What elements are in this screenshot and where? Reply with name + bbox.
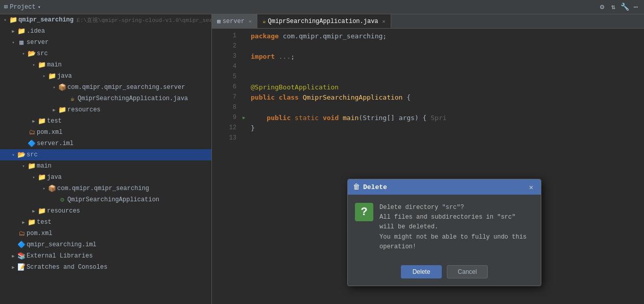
expand-arrow: ▾ (10, 152, 16, 158)
ext-libs-label: External Libraries (27, 252, 93, 260)
pom-icon: 🗂 (28, 128, 36, 136)
cancel-button[interactable]: Cancel (447, 265, 488, 278)
delete-button[interactable]: Delete (401, 265, 442, 278)
project-dropdown-icon[interactable]: ▾ (38, 4, 41, 10)
java-folder-icon: 📁 (38, 173, 46, 181)
tab-qmipr-app[interactable]: ☕ QmiprSearchingApplication.java ✕ (257, 14, 391, 28)
test-icon: 📁 (28, 218, 36, 226)
project-icon: 📁 (9, 16, 17, 24)
code-line-9: 9 ▶ public static void main(String[] arg… (212, 112, 644, 123)
dialog-question-icon: ? (355, 203, 373, 221)
server-label: server (27, 39, 49, 46)
tab-server[interactable]: ▦ server ✕ (212, 14, 257, 28)
dialog-title-text: Delete (363, 183, 523, 191)
resources2-label: resources (47, 207, 80, 215)
resources-icon: 📁 (38, 207, 46, 215)
test-icon: 📁 (38, 117, 46, 125)
top-bar-actions: ⚙ ⇅ 🔧 ⋯ (598, 3, 640, 11)
code-line-5: 5 (212, 72, 644, 82)
expand-arrow: ▾ (41, 73, 47, 79)
package-icon[interactable]: ⋯ (632, 3, 640, 11)
tree-scratches[interactable]: ▶ 📝 Scratches and Consoles (0, 262, 211, 273)
scratches-label: Scratches and Consoles (27, 264, 107, 271)
expand-arrow: ▾ (51, 84, 57, 90)
pom-icon: 🗂 (17, 229, 26, 238)
iml-icon: 🔷 (17, 241, 26, 249)
tree-server-src[interactable]: ▾ 📂 src (0, 48, 211, 59)
src-label: src (27, 151, 38, 158)
pom-label: pom.xml (37, 129, 62, 136)
build-icon[interactable]: 🔧 (621, 3, 629, 11)
dialog-message-line2: All files and subdirectories in "src" wi… (379, 213, 534, 232)
project-label: ⊞ Project ▾ (4, 3, 41, 11)
java-file-icon: ☕ (68, 95, 77, 103)
tree-test2[interactable]: ▶ 📁 test (0, 217, 211, 228)
root-label: qmipr_searching (18, 16, 74, 24)
package2-label: com.qmipr.qmipr_searching (57, 185, 149, 192)
expand-arrow: ▶ (10, 28, 16, 34)
java-tab-close[interactable]: ✕ (383, 18, 386, 25)
expand-arrow: ▾ (41, 185, 47, 192)
tree-pom2[interactable]: 🗂 pom.xml (0, 228, 211, 239)
tree-server-pom[interactable]: 🗂 pom.xml (0, 127, 211, 138)
ext-libs-icon: 📚 (17, 252, 26, 260)
iml-label: server.iml (37, 140, 74, 147)
expand-arrow: ▶ (10, 264, 16, 270)
tree-resources2[interactable]: ▶ 📁 resources (0, 205, 211, 217)
tree-package2[interactable]: ▾ 📦 com.qmipr.qmipr_searching (0, 183, 211, 194)
code-line-4: 4 (212, 61, 644, 72)
tree-ext-libs[interactable]: ▶ 📚 External Libraries (0, 250, 211, 262)
tree-main2[interactable]: ▾ 📁 main (0, 160, 211, 172)
tree-src-highlighted[interactable]: ▾ 📂 src (0, 149, 211, 160)
dialog-body: ? Delete directory "src"? All files and … (348, 195, 541, 260)
tree-server[interactable]: ▾ ▦ server (0, 37, 211, 48)
java-tab-label: QmiprSearchingApplication.java (268, 18, 378, 25)
test-label: test (47, 118, 62, 125)
folder-icon: 📁 (38, 61, 46, 69)
dialog-message-line3: You might not be able to fully undo this… (379, 232, 534, 252)
sort-icon[interactable]: ⇅ (609, 3, 617, 11)
tree-app2[interactable]: ⚙ QmiprSearchingApplication (0, 194, 211, 205)
java2-label: java (47, 174, 62, 181)
dialog-message-line1: Delete directory "src"? (379, 203, 534, 213)
top-bar: ⊞ Project ▾ ⚙ ⇅ 🔧 ⋯ (0, 0, 644, 14)
tree-server-main[interactable]: ▾ 📁 main (0, 59, 211, 71)
folder-icon: 📁 (28, 162, 36, 170)
scratches-icon: 📝 (17, 263, 26, 271)
expand-arrow: ▾ (20, 163, 27, 169)
expand-arrow: ▶ (51, 107, 57, 113)
code-line-2: 2 (212, 41, 644, 51)
code-line-6: 6 @SpringBootApplication (212, 82, 644, 92)
editor-tabs: ▦ server ✕ ☕ QmiprSearchingApplication.j… (212, 14, 644, 29)
dialog-message: Delete directory "src"? All files and su… (379, 203, 534, 252)
iml-icon: 🔷 (28, 139, 36, 148)
tree-server-app-class[interactable]: ☕ QmiprSearchingApplication.java (0, 93, 211, 104)
tree-server-iml[interactable]: 🔷 server.iml (0, 138, 211, 149)
src-icon: 📂 (17, 151, 26, 159)
package-label: com.qmipr.qmipr_searching.server (67, 84, 185, 91)
tree-iml2[interactable]: 🔷 qmipr_searching.iml (0, 239, 211, 250)
server-tab-close[interactable]: ✕ (249, 18, 252, 25)
tree-server-test[interactable]: ▶ 📁 test (0, 115, 211, 127)
tree-server-java[interactable]: ▾ 📁 java (0, 71, 211, 82)
tree-java2[interactable]: ▾ 📁 java (0, 172, 211, 183)
settings-icon[interactable]: ⚙ (598, 3, 606, 11)
tree-idea[interactable]: ▶ 📁 .idea (0, 26, 211, 37)
root-path: E:\直视\qmipr-spring-cloud-v1.0\qmipr_sear… (77, 16, 212, 24)
expand-arrow: ▶ (31, 208, 37, 214)
code-line-13: 13 (212, 133, 644, 143)
dialog-close-button[interactable]: ✕ (527, 182, 536, 192)
expand-arrow: ▶ (10, 253, 16, 259)
server-tab-label: server (223, 18, 245, 25)
dialog-title-icon: 🗑 (353, 183, 360, 191)
java-folder-icon: 📁 (48, 72, 56, 80)
code-line-1: 1 package com.qmipr.qmipr_searching; (212, 31, 644, 41)
tree-root[interactable]: ▾ 📁 qmipr_searching E:\直视\qmipr-spring-c… (0, 14, 211, 26)
dialog-title-bar: 🗑 Delete ✕ (348, 179, 541, 195)
code-line-12: 12 } (212, 123, 644, 133)
java-tab-icon: ☕ (263, 18, 266, 25)
tree-server-resources[interactable]: ▶ 📁 resources (0, 104, 211, 115)
tree-server-package[interactable]: ▾ 📦 com.qmipr.qmipr_searching.server (0, 82, 211, 93)
expand-arrow: ▾ (2, 17, 8, 23)
project-tree-panel: ▾ 📁 qmipr_searching E:\直视\qmipr-spring-c… (0, 14, 212, 304)
